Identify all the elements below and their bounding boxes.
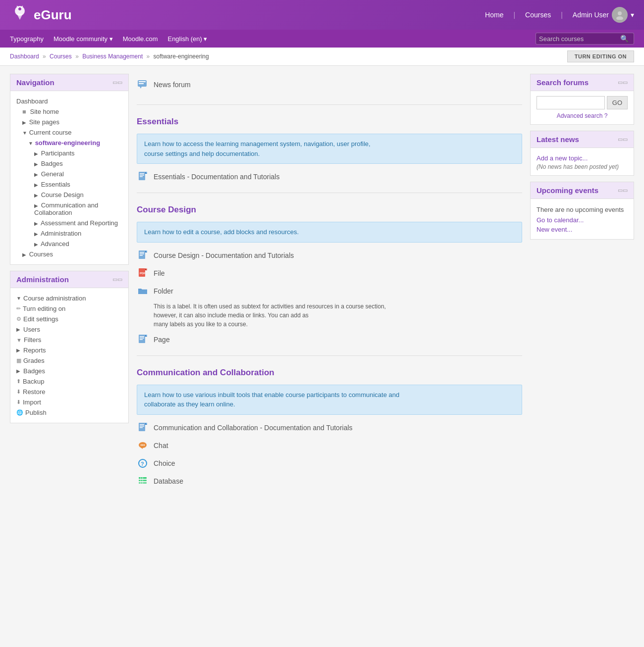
- nav-course-design[interactable]: ▶ Course Design: [16, 190, 122, 200]
- admin-import[interactable]: ⬇ Import: [16, 397, 122, 407]
- comm-doc-item[interactable]: Communication and Collaboration - Docume…: [137, 419, 522, 437]
- advanced-search-link[interactable]: Advanced search ?: [537, 112, 628, 119]
- essentials-doc-link[interactable]: Essentials - Documentation and Tutorials: [154, 173, 279, 181]
- news-forum-link[interactable]: News forum: [154, 81, 191, 89]
- upcoming-events-title: Upcoming events: [537, 186, 598, 195]
- svg-rect-17: [139, 250, 145, 259]
- nav-current-course[interactable]: ▼ Current course: [16, 127, 122, 138]
- svg-rect-18: [140, 252, 144, 253]
- nav-software-engineering[interactable]: ▼ software-engineering: [16, 138, 122, 148]
- svg-point-41: [141, 444, 142, 445]
- administration-block-controls[interactable]: ▭▭: [112, 276, 122, 283]
- svg-rect-27: [139, 335, 145, 343]
- nav-site-pages[interactable]: ▶ Site pages: [16, 117, 122, 127]
- search-input[interactable]: [539, 35, 618, 43]
- nav-participants[interactable]: ▶ Participants: [16, 148, 122, 158]
- chat-link[interactable]: Chat: [154, 442, 168, 449]
- essentials-doc-item[interactable]: Essentials - Documentation and Tutorials: [137, 168, 522, 186]
- svg-marker-40: [141, 448, 143, 449]
- database-link[interactable]: Database: [154, 477, 183, 485]
- communication-header: Communication and Collaboration: [137, 363, 522, 381]
- nav-typography[interactable]: Typography: [10, 33, 44, 45]
- administration-block-header: Administration ▭▭: [10, 271, 128, 288]
- choice-link[interactable]: Choice: [154, 459, 175, 467]
- database-item[interactable]: Database: [137, 472, 522, 490]
- course-design-doc-item[interactable]: Course Design - Documentation and Tutori…: [137, 247, 522, 264]
- nav-general[interactable]: ▶ General: [16, 169, 122, 179]
- admin-course-admin[interactable]: ▼ Course administration: [16, 293, 122, 303]
- breadcrumb-courses[interactable]: Courses: [50, 53, 72, 60]
- breadcrumb-business[interactable]: Business Management: [82, 53, 143, 60]
- turn-editing-button[interactable]: TURN EDITING ON: [567, 50, 634, 62]
- nav-bullet: ■: [22, 108, 26, 115]
- nav-courses-link[interactable]: Courses: [525, 11, 551, 19]
- user-dropdown-arrow[interactable]: ▾: [631, 11, 634, 19]
- folder-item[interactable]: Folder: [137, 282, 522, 300]
- import-icon: ⬇: [16, 399, 21, 405]
- nav-badges[interactable]: ▶ Badges: [16, 158, 122, 169]
- nav-moodle-com[interactable]: Moodle.com: [123, 33, 158, 45]
- svg-rect-36: [140, 427, 143, 428]
- latest-news-controls[interactable]: ▭▭: [618, 136, 628, 143]
- nav-courses[interactable]: ▶ Courses: [16, 249, 122, 259]
- latest-news-block: Latest news ▭▭ Add a new topic... (No ne…: [530, 131, 634, 176]
- file-item[interactable]: PDF File: [137, 264, 522, 282]
- nav-dashboard[interactable]: Dashboard: [16, 96, 122, 106]
- upcoming-events-controls[interactable]: ▭▭: [618, 187, 628, 194]
- page-item[interactable]: Page: [137, 331, 522, 348]
- svg-rect-29: [140, 338, 144, 339]
- admin-edit-settings[interactable]: ⚙ Edit settings: [16, 314, 122, 324]
- database-icon: [137, 475, 149, 487]
- nav-moodle-community[interactable]: Moodle community ▾: [54, 33, 113, 45]
- user-area[interactable]: Admin User ▾: [573, 7, 634, 23]
- course-design-doc-link[interactable]: Course Design - Documentation and Tutori…: [154, 251, 294, 259]
- file-link[interactable]: File: [154, 269, 165, 277]
- administration-block-content: ▼ Course administration ✏ Turn editing o…: [10, 288, 128, 423]
- svg-text:PDF: PDF: [140, 272, 146, 275]
- nav-site-home[interactable]: ■ Site home: [16, 106, 122, 117]
- navigation-block-controls[interactable]: ▭▭: [112, 79, 122, 86]
- chat-item[interactable]: Chat: [137, 437, 522, 454]
- doc-icon-3: [137, 422, 149, 434]
- svg-rect-11: [139, 172, 145, 180]
- admin-grades[interactable]: ▦ Grades: [16, 355, 122, 366]
- nav-arrow-admin: ▶: [34, 231, 39, 237]
- nav-home-link[interactable]: Home: [485, 11, 503, 19]
- svg-marker-1: [17, 14, 23, 20]
- forum-go-button[interactable]: GO: [607, 96, 628, 109]
- admin-badges[interactable]: ▶ Badges: [16, 366, 122, 376]
- nav-communication[interactable]: ▶ Communication and Collaboration: [16, 200, 122, 218]
- nav-essentials[interactable]: ▶ Essentials: [16, 179, 122, 190]
- forum-search-input[interactable]: [537, 96, 605, 109]
- latest-news-header: Latest news ▭▭: [531, 131, 634, 148]
- nav-administration[interactable]: ▶ Administration: [16, 228, 122, 239]
- go-calendar-link[interactable]: Go to calendar...: [537, 215, 628, 225]
- admin-backup[interactable]: ⬆ Backup: [16, 376, 122, 387]
- admin-filters[interactable]: ▼ Filters: [16, 335, 122, 345]
- admin-reports[interactable]: ▶ Reports: [16, 345, 122, 355]
- add-topic-link[interactable]: Add a new topic...: [537, 153, 628, 163]
- nav-english[interactable]: English (en) ▾: [167, 33, 207, 45]
- admin-users[interactable]: ▶ Users: [16, 324, 122, 335]
- pencil-icon: ✏: [16, 305, 21, 312]
- breadcrumb-dashboard[interactable]: Dashboard: [10, 53, 39, 60]
- logo-text: eGuru: [34, 7, 72, 23]
- admin-turn-editing[interactable]: ✏ Turn editing on: [16, 303, 122, 314]
- choice-item[interactable]: ? Choice: [137, 454, 522, 472]
- nav-assessment[interactable]: ▶ Assessment and Reporting: [16, 218, 122, 228]
- folder-icon: [137, 285, 149, 297]
- nav-advanced[interactable]: ▶ Advanced: [16, 239, 122, 249]
- page-link[interactable]: Page: [154, 336, 170, 344]
- search-button[interactable]: 🔍: [618, 35, 631, 43]
- svg-rect-28: [140, 336, 144, 337]
- new-event-link[interactable]: New event...: [537, 225, 628, 234]
- comm-doc-link[interactable]: Communication and Collaboration - Docume…: [154, 424, 353, 432]
- folder-link[interactable]: Folder: [154, 287, 173, 295]
- essentials-info: Learn how to access the learning managem…: [137, 134, 522, 164]
- admin-restore[interactable]: ⬇ Restore: [16, 387, 122, 397]
- search-forums-controls[interactable]: ▭▭: [618, 79, 628, 86]
- nav-divider1: |: [513, 11, 515, 19]
- svg-rect-34: [140, 424, 144, 425]
- admin-publish[interactable]: 🌐 Publish: [16, 407, 122, 418]
- nav-arrow-badges: ▶: [34, 161, 39, 167]
